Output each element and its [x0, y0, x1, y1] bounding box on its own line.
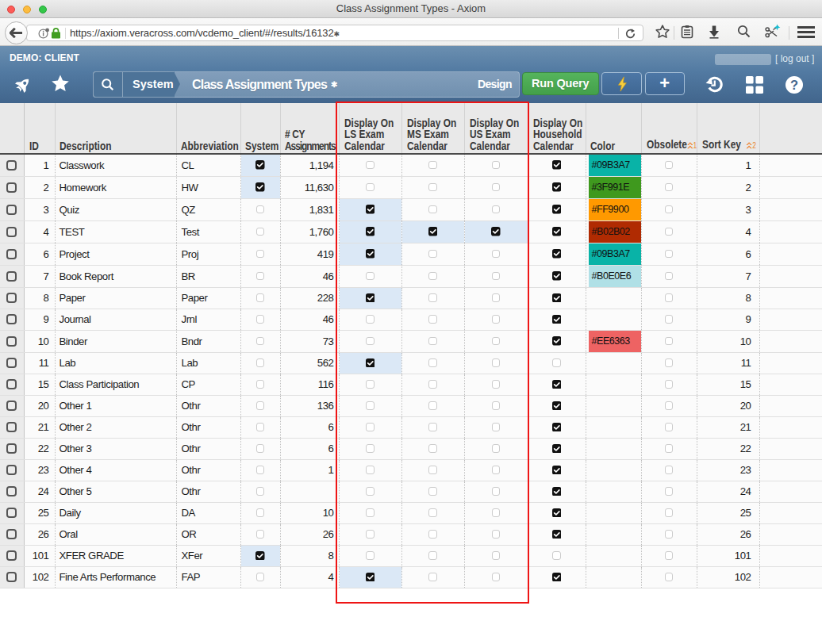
svg-text:?: ? — [790, 78, 798, 92]
